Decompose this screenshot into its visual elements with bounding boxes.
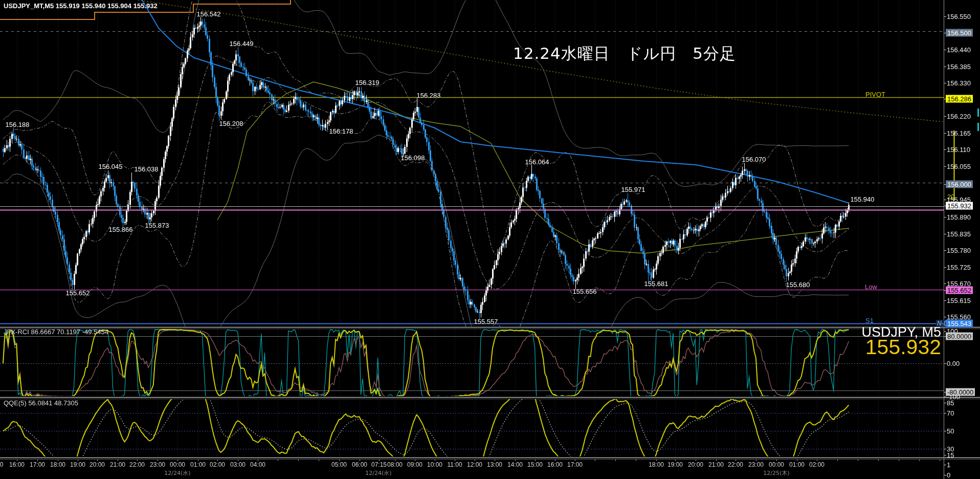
swing-price-annotation: 155.656: [573, 288, 597, 295]
qqe-axis-tick: 1: [947, 461, 950, 469]
time-axis-label: 10:00: [427, 461, 442, 468]
price-axis-tick: 156.550: [947, 13, 971, 20]
time-axis-label: 02:00: [809, 461, 825, 468]
qqe-axis-tick: 15: [947, 451, 954, 459]
swing-price-annotation: 155.940: [851, 195, 875, 203]
swing-price-annotation: 155.866: [109, 226, 133, 233]
swing-price-annotation: 156.542: [197, 10, 221, 18]
swing-price-annotation: 156.045: [99, 163, 123, 170]
swing-price-annotation: 155.680: [786, 281, 810, 289]
swing-price-annotation: 155.652: [66, 289, 90, 297]
price-axis-tick: 156.000: [946, 181, 973, 188]
time-axis-label: 07:15: [371, 461, 387, 468]
date-axis-label: 12/24(水): [365, 469, 391, 477]
time-axis-label: 09:00: [407, 461, 422, 468]
level-line-name-label: Low: [865, 283, 877, 291]
price-axis-tick: 156.165: [947, 129, 971, 137]
time-axis-label: 14:00: [507, 461, 523, 468]
qqe-indicator-label: QQE(5) 56.0841 48.7305: [4, 399, 78, 407]
mt4-chart-window: USDJPY_MT,M5 155.919 155.940 155.904 155…: [0, 0, 980, 479]
swing-price-annotation: 156.038: [135, 165, 159, 173]
time-axis-label: 11:00: [447, 461, 462, 468]
time-axis-label: 0: [0, 461, 3, 468]
price-axis-tick: 156.385: [947, 63, 971, 71]
time-axis-label: 16:00: [9, 461, 25, 468]
time-axis-label: 06:00: [352, 461, 367, 468]
time-axis-label: 19:00: [70, 461, 85, 468]
time-axis-label: 08:00: [387, 461, 403, 468]
price-axis-tick: 156.500: [946, 29, 973, 37]
qqe-axis-tick: 50: [947, 427, 954, 435]
swing-price-annotation: 155.873: [145, 222, 169, 229]
qqe-axis-tick: 70: [947, 409, 954, 417]
time-axis-label: 19:00: [667, 461, 683, 468]
time-axis-label: 01:00: [190, 461, 206, 468]
time-axis-label: 04:00: [250, 461, 265, 468]
price-axis-tick: 155.725: [947, 264, 971, 271]
time-axis-label: 12:00: [467, 461, 482, 468]
price-axis-tick: 156.220: [947, 113, 971, 120]
time-axis-label: 02:00: [210, 461, 225, 468]
time-axis-label: 20:00: [90, 461, 105, 468]
time-axis-label: 05:00: [331, 461, 347, 468]
price-axis-tick: 156.055: [947, 163, 971, 170]
time-axis-label: 20:00: [688, 461, 703, 468]
time-axis-label: 03:00: [230, 461, 246, 468]
swing-price-annotation: 156.188: [6, 121, 30, 128]
time-axis-label: 17:00: [567, 461, 583, 468]
price-axis-tick: 155.890: [947, 213, 971, 221]
time-axis-label: 00:00: [170, 461, 185, 468]
time-axis-label: 17:00: [30, 461, 45, 468]
price-axis-tick: 155.543: [946, 320, 973, 328]
watermark-price: 155.932: [865, 335, 941, 359]
price-axis-tick: 156.330: [947, 79, 971, 87]
level-line-name-label: S1: [865, 317, 874, 324]
swing-price-annotation: 156.098: [401, 154, 425, 162]
swing-price-annotation: 156.178: [329, 127, 353, 135]
date-axis-label: 12/24(水): [164, 469, 190, 477]
swing-price-annotation: 155.557: [474, 318, 498, 325]
rci-axis-tick: 0.00: [947, 360, 960, 367]
level-line-name-label: PIVOT: [865, 91, 885, 98]
time-axis-label: 22:00: [728, 461, 743, 468]
chart-canvas[interactable]: [0, 0, 980, 479]
time-axis-label: 18:00: [50, 461, 65, 468]
swing-price-annotation: 156.319: [355, 79, 380, 86]
price-axis-tick: 156.440: [947, 46, 971, 54]
time-axis-label: 16:00: [547, 461, 563, 468]
rci-axis-tick: 80.0000: [946, 333, 973, 340]
price-axis-tick: 155.652: [946, 287, 973, 294]
price-axis-tick: 155.932: [946, 202, 973, 210]
chart-title-annotation: 12.24水曜日 ドル円 5分足: [513, 43, 736, 64]
time-axis-label: 21:00: [708, 461, 724, 468]
price-axis-tick: 155.615: [947, 297, 971, 304]
swing-price-annotation: 156.208: [219, 120, 243, 127]
date-axis-label: 12/25(木): [763, 469, 789, 477]
price-axis-tick: 155.780: [947, 247, 971, 254]
rci-indicator-label: JFX-RCI 86.6667 70.1197 -49.5454: [4, 328, 108, 336]
symbol-ohlc-readout: USDJPY_MT,M5 155.919 155.940 155.904 155…: [4, 2, 158, 10]
time-axis-label: 23:00: [748, 461, 764, 468]
swing-price-annotation: 156.064: [525, 158, 549, 166]
time-axis-label: 01:00: [789, 461, 805, 468]
time-axis-label: 21:00: [110, 461, 125, 468]
time-axis-label: 22:00: [129, 461, 145, 468]
swing-price-annotation: 156.449: [230, 40, 254, 48]
time-axis-label: 00:00: [769, 461, 784, 468]
qqe-axis-tick: 0: [947, 471, 950, 479]
price-axis-tick: 156.286: [946, 95, 973, 103]
qqe-axis-tick: 85: [947, 399, 954, 407]
swing-price-annotation: 156.070: [742, 156, 766, 163]
time-axis-label: 23:00: [150, 461, 165, 468]
price-axis-tick: 156.110: [947, 146, 970, 154]
time-axis-label: 15:00: [527, 461, 543, 468]
time-axis-label: 13:00: [487, 461, 502, 468]
time-axis-label: 18:00: [649, 461, 664, 468]
swing-price-annotation: 155.681: [644, 280, 669, 288]
swing-price-annotation: 155.971: [621, 186, 645, 193]
price-axis-tick: 155.835: [947, 230, 971, 238]
swing-price-annotation: 156.283: [417, 92, 441, 99]
